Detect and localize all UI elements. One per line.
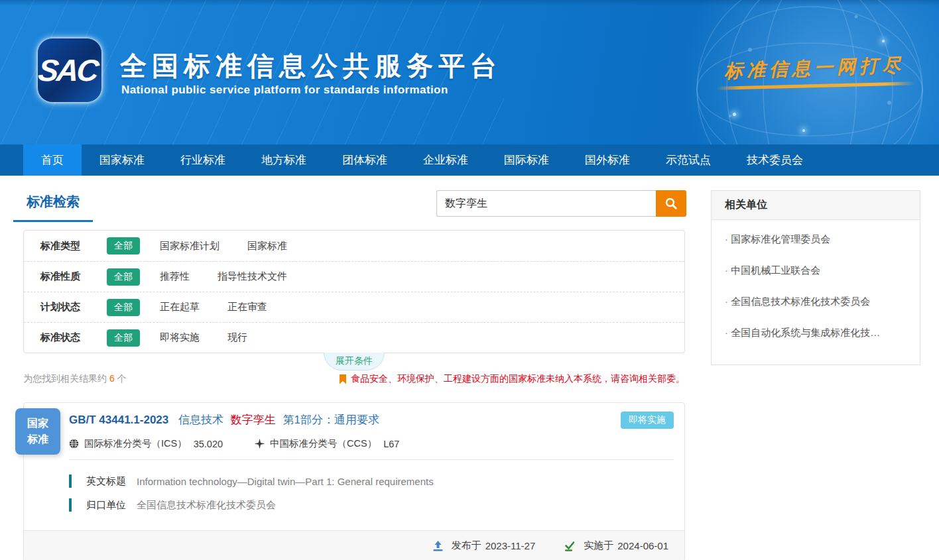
title-part1: 信息技术 — [178, 414, 223, 426]
glow-dot — [733, 113, 736, 116]
nav-item-enterprise-standards[interactable]: 企业标准 — [405, 144, 486, 176]
results-count-prefix: 为您找到相关结果约 — [23, 373, 107, 384]
filter-all-badge[interactable]: 全部 — [107, 237, 140, 254]
nav-item-technical-committees[interactable]: 技术委员会 — [729, 144, 821, 176]
nav-item-local-standards[interactable]: 地方标准 — [243, 144, 324, 176]
nav-item-industry-standards[interactable]: 行业标准 — [162, 144, 243, 176]
sidebar-item-automation-systems-committee[interactable]: 全国自动化系统与集成标准化技… — [725, 327, 907, 339]
filter-label: 计划状态 — [40, 301, 107, 313]
filter-option[interactable]: 现行 — [227, 331, 247, 344]
results-count-suffix: 个 — [117, 373, 127, 384]
filter-label: 标准类型 — [40, 240, 107, 252]
sac-logo-text: SAC — [36, 52, 103, 88]
tab-standard-search[interactable]: 标准检索 — [13, 190, 93, 222]
check-icon — [564, 541, 580, 551]
published-label: 发布于 — [452, 539, 481, 552]
ccs-meta: 中国标准分类号（CCS） L67 — [255, 437, 399, 450]
detail-row-committee: 归口单位 全国信息技术标准化技术委员会 — [69, 498, 684, 512]
filter-panel: 标准类型 全部 国家标准计划 国家标准 标准性质 全部 推荐性 指导性技术文件 … — [23, 230, 685, 353]
filter-option[interactable]: 正在起草 — [160, 301, 200, 313]
expand-conditions-button[interactable]: 展开条件 — [324, 353, 385, 370]
standard-result-card: 国家 标准 GB/T 43441.1-2023 信息技术 数字孪生 第1部分：通… — [23, 402, 685, 560]
detail-marker-bar — [69, 498, 72, 512]
filter-option[interactable]: 正在审查 — [227, 301, 267, 313]
standard-code: GB/T 43441.1-2023 — [69, 414, 168, 426]
detail-row-english-title: 英文标题 Information technology—Digital twin… — [69, 475, 684, 488]
bookmark-icon — [340, 374, 346, 384]
search-toolbar: 标准检索 — [13, 190, 686, 222]
nav-item-international-standards[interactable]: 国际标准 — [486, 144, 567, 176]
filter-row-plan-status: 计划状态 全部 正在起草 正在审查 — [24, 292, 684, 322]
nav-item-national-standards[interactable]: 国家标准 — [82, 144, 162, 176]
notice-text: 食品安全、环境保护、工程建设方面的国家标准未纳入本系统，请咨询相关部委。 — [351, 373, 685, 385]
upload-icon — [433, 541, 448, 551]
published-date: 2023-11-27 — [485, 540, 536, 551]
nav-item-home[interactable]: 首页 — [23, 144, 82, 176]
filter-row-standard-status: 标准状态 全部 即将实施 现行 — [24, 322, 684, 353]
nav-item-group-standards[interactable]: 团体标准 — [324, 144, 405, 176]
filter-all-badge[interactable]: 全部 — [107, 299, 140, 316]
globe-icon — [69, 439, 84, 449]
filter-option[interactable]: 国家标准计划 — [160, 240, 219, 252]
standard-title-link[interactable]: GB/T 43441.1-2023 信息技术 数字孪生 第1部分：通用要求 — [69, 412, 379, 429]
implemented-date: 2024-06-01 — [617, 540, 668, 551]
search-icon — [664, 197, 678, 210]
title-part2: 第1部分：通用要求 — [282, 414, 379, 426]
filter-option[interactable]: 即将实施 — [160, 331, 200, 344]
glow-dot — [802, 129, 805, 132]
filter-label: 标准性质 — [40, 270, 107, 283]
card-main: GB/T 43441.1-2023 信息技术 数字孪生 第1部分：通用要求 即将… — [24, 403, 684, 450]
detail-value: 全国信息技术标准化技术委员会 — [137, 499, 276, 512]
sidebar-item-machinery-federation[interactable]: 中国机械工业联合会 — [725, 264, 907, 277]
search-group — [436, 190, 686, 217]
site-title: 全国标准信息公共服务平台 — [120, 48, 502, 84]
compass-star-icon — [255, 439, 270, 449]
category-badge-line1: 国家 — [27, 416, 48, 431]
implemented-date-item: 实施于 2024-06-01 — [564, 539, 672, 552]
filter-option[interactable]: 国家标准 — [247, 240, 287, 252]
results-summary-row: 为您找到相关结果约6个 食品安全、环境保护、工程建设方面的国家标准未纳入本系统，… — [23, 373, 685, 385]
site-header: SAC 全国标准信息公共服务平台 National public service… — [0, 0, 939, 144]
nav-item-foreign-standards[interactable]: 国外标准 — [567, 144, 648, 176]
card-meta-row: 国际标准分类号（ICS） 35.020 中国标准分类号（CCS） L67 — [69, 437, 674, 450]
sidebar-list: 国家标准化管理委员会 中国机械工业联合会 全国信息技术标准化技术委员会 全国自动… — [712, 220, 920, 364]
filter-all-badge[interactable]: 全部 — [107, 329, 140, 347]
nav-item-pilot-programs[interactable]: 示范试点 — [648, 144, 729, 176]
filter-option[interactable]: 推荐性 — [160, 270, 190, 283]
filter-all-badge[interactable]: 全部 — [107, 268, 140, 286]
detail-label: 归口单位 — [86, 499, 126, 512]
sidebar-title: 相关单位 — [712, 191, 920, 220]
detail-value: Information technology—Digital twin—Part… — [137, 476, 434, 487]
page-content: 标准检索 标准类型 全部 国家标准计划 国家标准 — [0, 176, 939, 560]
system-notice: 食品安全、环境保护、工程建设方面的国家标准未纳入本系统，请咨询相关部委。 — [340, 373, 685, 385]
card-footer: 发布于 2023-11-27 实施于 2024-06-01 — [24, 530, 684, 560]
ccs-label: 中国标准分类号（CCS） — [270, 437, 377, 450]
sidebar-item-sac[interactable]: 国家标准化管理委员会 — [725, 233, 907, 246]
filter-row-standard-nature: 标准性质 全部 推荐性 指导性技术文件 — [24, 261, 684, 292]
results-count-number: 6 — [109, 373, 115, 384]
ics-label: 国际标准分类号（ICS） — [84, 437, 187, 450]
ics-meta: 国际标准分类号（ICS） 35.020 — [69, 437, 223, 450]
results-count: 为您找到相关结果约6个 — [23, 373, 127, 385]
category-badge-national-standard: 国家 标准 — [15, 408, 60, 455]
published-date-item: 发布于 2023-11-27 — [433, 539, 540, 552]
site-subtitle: National public service platform for sta… — [121, 84, 448, 97]
filter-panel-wrap: 标准类型 全部 国家标准计划 国家标准 标准性质 全部 推荐性 指导性技术文件 … — [23, 230, 685, 353]
status-badge: 即将实施 — [621, 412, 674, 429]
search-input[interactable] — [436, 190, 656, 217]
main-nav: 首页 国家标准 行业标准 地方标准 团体标准 企业标准 国际标准 国外标准 示范… — [0, 144, 939, 176]
sac-logo[interactable]: SAC — [38, 38, 101, 102]
card-details: 英文标题 Information technology—Digital twin… — [24, 460, 684, 521]
detail-marker-bar — [69, 475, 72, 488]
search-button[interactable] — [656, 190, 686, 217]
filter-row-standard-type: 标准类型 全部 国家标准计划 国家标准 — [24, 231, 684, 261]
filter-option[interactable]: 指导性技术文件 — [218, 270, 287, 283]
detail-label: 英文标题 — [86, 475, 126, 488]
ics-value: 35.020 — [194, 439, 223, 449]
related-organizations-panel: 相关单位 国家标准化管理委员会 中国机械工业联合会 全国信息技术标准化技术委员会… — [711, 190, 920, 365]
glow-dot — [882, 40, 885, 42]
card-title-row: GB/T 43441.1-2023 信息技术 数字孪生 第1部分：通用要求 即将… — [69, 412, 674, 429]
category-badge-line2: 标准 — [27, 431, 48, 447]
main-column: 标准检索 标准类型 全部 国家标准计划 国家标准 — [13, 190, 686, 560]
sidebar-item-it-standardization-committee[interactable]: 全国信息技术标准化技术委员会 — [725, 296, 907, 308]
